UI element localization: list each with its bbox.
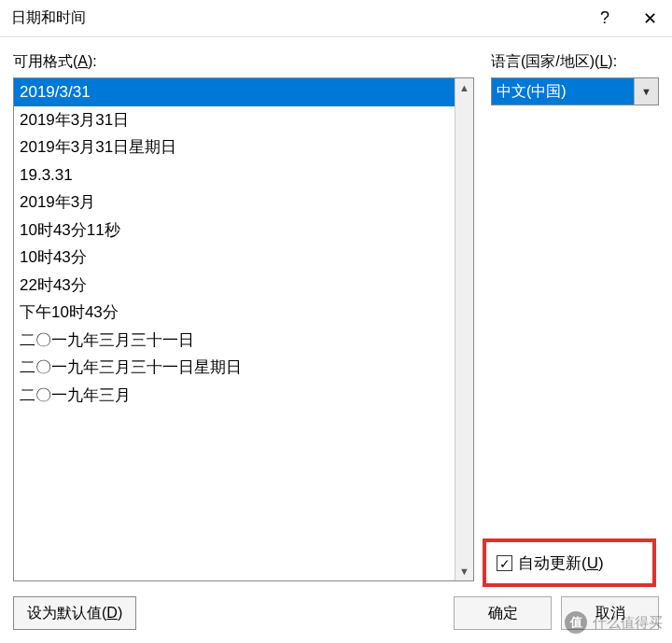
checkbox-icon: ✓: [497, 555, 512, 571]
auto-update-label: 自动更新(U): [518, 552, 604, 574]
close-button[interactable]: ✕: [627, 0, 672, 37]
list-item[interactable]: 二〇一九年三月: [14, 382, 455, 410]
list-item[interactable]: 2019/3/31: [14, 78, 455, 106]
list-item[interactable]: 10时43分11秒: [14, 217, 455, 245]
set-default-button[interactable]: 设为默认值(D): [13, 596, 136, 630]
language-label: 语言(国家/地区)(L):: [491, 52, 659, 72]
help-button[interactable]: ?: [582, 0, 627, 37]
formats-label: 可用格式(A):: [13, 52, 474, 72]
formats-listbox-wrap: 2019/3/312019年3月31日2019年3月31日星期日19.3.312…: [13, 77, 474, 581]
cancel-button[interactable]: 取消: [561, 596, 659, 630]
listbox-scrollbar[interactable]: ▲ ▼: [455, 78, 473, 580]
scroll-down-icon[interactable]: ▼: [455, 562, 473, 580]
date-time-dialog: 日期和时间 ? ✕ 可用格式(A): 2019/3/312019年3月31日20…: [0, 0, 672, 643]
list-item[interactable]: 2019年3月31日: [14, 106, 455, 134]
language-value: 中文(中国): [492, 78, 634, 105]
button-row: 设为默认值(D) 确定 取消: [0, 589, 672, 643]
list-item[interactable]: 下午10时43分: [14, 299, 455, 327]
formats-section: 可用格式(A): 2019/3/312019年3月31日2019年3月31日星期…: [13, 52, 474, 581]
scroll-track[interactable]: [455, 97, 473, 562]
language-combo[interactable]: 中文(中国) ▼: [491, 77, 659, 105]
chevron-down-icon[interactable]: ▼: [634, 78, 658, 105]
list-item[interactable]: 2019年3月: [14, 189, 455, 217]
list-item[interactable]: 二〇一九年三月三十一日星期日: [14, 354, 455, 382]
formats-listbox[interactable]: 2019/3/312019年3月31日2019年3月31日星期日19.3.312…: [14, 78, 455, 580]
list-item[interactable]: 10时43分: [14, 244, 455, 272]
ok-button[interactable]: 确定: [454, 596, 552, 630]
list-item[interactable]: 二〇一九年三月三十一日: [14, 327, 455, 355]
dialog-title: 日期和时间: [11, 8, 582, 28]
dialog-body: 可用格式(A): 2019/3/312019年3月31日2019年3月31日星期…: [0, 37, 672, 589]
list-item[interactable]: 22时43分: [14, 272, 455, 300]
auto-update-checkbox[interactable]: ✓ 自动更新(U): [491, 545, 659, 581]
language-section: 语言(国家/地区)(L): 中文(中国) ▼ ✓ 自动更新(U): [491, 52, 659, 581]
list-item[interactable]: 2019年3月31日星期日: [14, 133, 455, 161]
list-item[interactable]: 19.3.31: [14, 161, 455, 189]
scroll-up-icon[interactable]: ▲: [455, 78, 473, 97]
titlebar: 日期和时间 ? ✕: [0, 0, 672, 37]
